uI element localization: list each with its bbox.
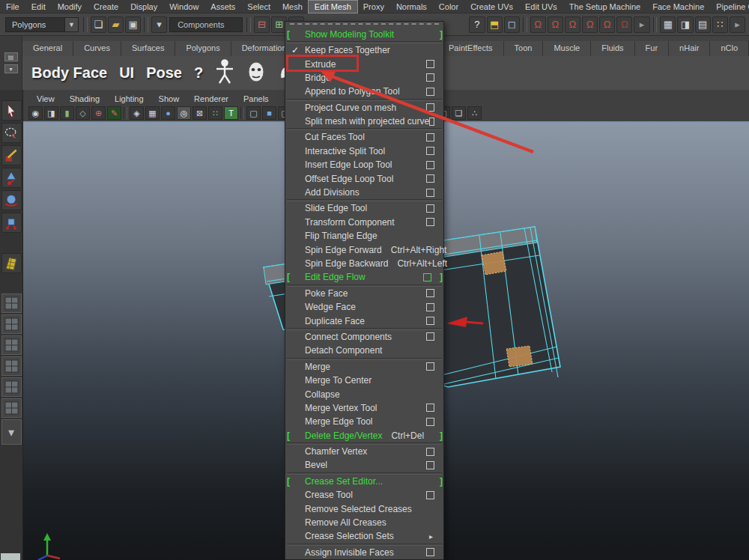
option-box-icon[interactable] xyxy=(426,133,434,141)
menu-item-cut-faces-tool[interactable]: Cut Faces Tool xyxy=(285,130,443,144)
menu-item-project-curve-on-mesh[interactable]: Project Curve on mesh xyxy=(285,101,443,115)
option-box-icon[interactable] xyxy=(426,461,434,469)
menubar-item-modify[interactable]: Modify xyxy=(52,1,88,13)
panel-menu-renderer[interactable]: Renderer xyxy=(187,93,236,105)
panel-menu-show[interactable]: Show xyxy=(151,93,187,105)
new-scene-icon[interactable]: ❏ xyxy=(91,16,106,33)
option-box-icon[interactable] xyxy=(426,103,434,112)
option-box-icon[interactable] xyxy=(423,273,431,281)
option-box-icon[interactable] xyxy=(426,548,434,556)
pan-zoom-icon[interactable]: ⊕ xyxy=(91,106,106,120)
option-box-icon[interactable] xyxy=(426,317,434,325)
menu-item-poke-face[interactable]: Poke Face xyxy=(285,287,443,300)
shelf-tab-toggle-icon[interactable]: ▤ xyxy=(4,52,18,61)
option-box-icon[interactable] xyxy=(426,204,434,213)
menu-item-offset-edge-loop-tool[interactable]: Offset Edge Loop Tool xyxy=(285,171,443,185)
menu-item-transform-component[interactable]: Transform Component xyxy=(285,216,443,229)
option-box-icon[interactable] xyxy=(426,289,434,297)
menu-item-flip-triangle-edge[interactable]: Flip Triangle Edge xyxy=(285,229,443,243)
menu-item-merge[interactable]: Merge xyxy=(285,360,443,374)
default-material-icon[interactable]: ∷ xyxy=(208,106,222,120)
expand-arrow-icon[interactable]: ▸ xyxy=(730,16,745,33)
panel-menu-shading[interactable]: Shading xyxy=(62,93,107,105)
option-box-icon[interactable] xyxy=(426,161,434,169)
option-box-icon[interactable] xyxy=(426,448,434,456)
menubar-item-proxy[interactable]: Proxy xyxy=(357,1,390,13)
render-settings-icon[interactable]: ∷ xyxy=(712,16,728,33)
shelf-menu-arrow-icon[interactable]: ▾ xyxy=(4,64,18,73)
layout-single-persp-button[interactable] xyxy=(1,293,22,313)
panel-menu-lighting[interactable]: Lighting xyxy=(107,93,151,105)
menu-item-slide-edge-tool[interactable]: Slide Edge Tool xyxy=(285,201,443,215)
lasso-select-tool-icon[interactable] xyxy=(1,123,22,143)
snap-surface-icon[interactable]: Ω xyxy=(599,16,615,33)
shelf-tab-nhair[interactable]: nHair xyxy=(669,41,710,56)
menu-item-crease-tool[interactable]: Crease Tool xyxy=(285,488,443,502)
shelf-tab-nclo[interactable]: nClo xyxy=(710,41,749,56)
option-box-icon[interactable] xyxy=(426,332,434,341)
menubar-item-edit-mesh[interactable]: Edit Mesh xyxy=(309,1,357,13)
menubar-item-the-setup-machine[interactable]: The Setup Machine xyxy=(563,1,646,13)
shelf-tab-surfaces[interactable]: Surfaces xyxy=(121,41,175,56)
image-plane-icon[interactable]: ◇ xyxy=(76,106,90,120)
rotate-tool-icon[interactable] xyxy=(1,190,22,210)
option-box-icon[interactable] xyxy=(426,218,434,226)
menu-item-detach-component[interactable]: Detach Component xyxy=(285,344,443,357)
menu-set-dropdown[interactable]: Polygons▼ xyxy=(5,17,79,32)
menubar-item-window[interactable]: Window xyxy=(163,1,204,13)
menu-item-chamfer-vertex[interactable]: Chamfer Vertex xyxy=(285,445,443,458)
menu-item-interactive-split-tool[interactable]: Interactive Split Tool xyxy=(285,144,443,158)
lock-icon[interactable]: ⬒ xyxy=(487,16,503,33)
option-box-icon[interactable] xyxy=(426,73,434,82)
shaded-sphere-icon[interactable]: ● xyxy=(161,106,175,120)
menubar-item-create[interactable]: Create xyxy=(88,1,124,13)
move-tool-icon[interactable] xyxy=(1,168,22,188)
snap-curve-icon[interactable]: Ω xyxy=(548,16,563,33)
texture-t-icon[interactable]: T xyxy=(224,106,238,120)
render-current-frame-icon[interactable]: ◨ xyxy=(677,16,693,33)
option-box-icon[interactable] xyxy=(429,118,434,126)
camera-select-icon[interactable]: ◉ xyxy=(28,106,43,120)
bookmark-icon[interactable]: ▮ xyxy=(60,106,74,120)
share-node-icon[interactable]: ∴ xyxy=(467,106,482,120)
chevron-down-icon[interactable]: ▼ xyxy=(64,18,78,31)
shelf-tab-toon[interactable]: Toon xyxy=(504,41,544,56)
option-box-icon[interactable] xyxy=(426,147,434,155)
ipr-render-icon[interactable]: ▤ xyxy=(695,16,711,33)
menu-item-remove-all-creases[interactable]: Remove All Creases xyxy=(285,516,443,529)
menu-item-split-mesh-with-projected-curve[interactable]: Split mesh with projected curve xyxy=(285,115,443,128)
menu-item-insert-edge-loop-tool[interactable]: Insert Edge Loop Tool xyxy=(285,158,443,171)
expand-arrow-icon[interactable]: ▸ xyxy=(634,16,649,33)
menubar-item-file[interactable]: File xyxy=(0,1,25,13)
select-hierarchy-icon[interactable]: ⊟ xyxy=(254,16,270,33)
menu-item-collapse[interactable]: Collapse xyxy=(285,387,443,401)
shelf-tab-muscle[interactable]: Muscle xyxy=(543,41,591,56)
layer-stack-icon[interactable]: ❏ xyxy=(452,106,466,120)
option-box-icon[interactable] xyxy=(426,362,434,371)
selection-mask-icon[interactable]: ▾ xyxy=(151,16,167,33)
menu-item-merge-vertex-tool[interactable]: Merge Vertex Tool xyxy=(285,401,443,415)
menubar-item-pipeline-cache[interactable]: Pipeline Cache xyxy=(710,1,749,13)
paint-effects-panel-icon[interactable]: ✎ xyxy=(107,106,121,120)
menu-item-merge-edge-tool[interactable]: Merge Edge Tool xyxy=(285,415,443,428)
option-box-icon[interactable] xyxy=(426,60,434,68)
option-box-icon[interactable] xyxy=(426,418,434,426)
option-box-icon[interactable] xyxy=(426,88,434,96)
menu-item-wedge-face[interactable]: Wedge Face xyxy=(285,300,443,314)
menubar-item-edit-uvs[interactable]: Edit UVs xyxy=(519,1,563,13)
menu-item-add-divisions[interactable]: Add Divisions xyxy=(285,186,443,199)
menubar-item-create-uvs[interactable]: Create UVs xyxy=(464,1,519,13)
viewport-cube-icon[interactable]: ■ xyxy=(262,106,276,120)
snap-view-plane-icon[interactable]: Ω xyxy=(582,16,598,33)
shelf-button-tpose-figure[interactable] xyxy=(215,59,234,88)
menubar-item-display[interactable]: Display xyxy=(124,1,163,13)
open-folder-icon[interactable]: ▰ xyxy=(108,16,124,33)
help-icon[interactable]: ? xyxy=(469,16,485,33)
layout-four-view-button[interactable] xyxy=(1,314,22,334)
layout-persp-outliner-button[interactable] xyxy=(1,335,22,355)
shelf-tab-fur[interactable]: Fur xyxy=(635,41,670,56)
save-icon[interactable]: ▣ xyxy=(125,16,141,33)
snap-point-icon[interactable]: Ω xyxy=(565,16,580,33)
layout-persp-graph-button[interactable] xyxy=(1,356,22,376)
shelf-button-face-mask[interactable] xyxy=(246,61,266,86)
